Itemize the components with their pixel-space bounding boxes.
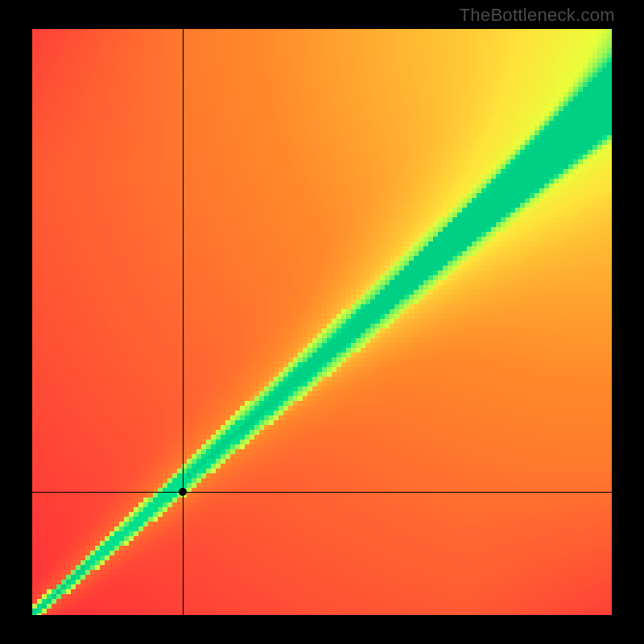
crosshair-horizontal [32, 492, 612, 493]
chart-container: TheBottleneck.com [0, 0, 644, 644]
watermark-text: TheBottleneck.com [460, 5, 615, 26]
plot-area [32, 29, 612, 615]
crosshair-vertical [183, 29, 184, 615]
heatmap-canvas [32, 29, 612, 615]
